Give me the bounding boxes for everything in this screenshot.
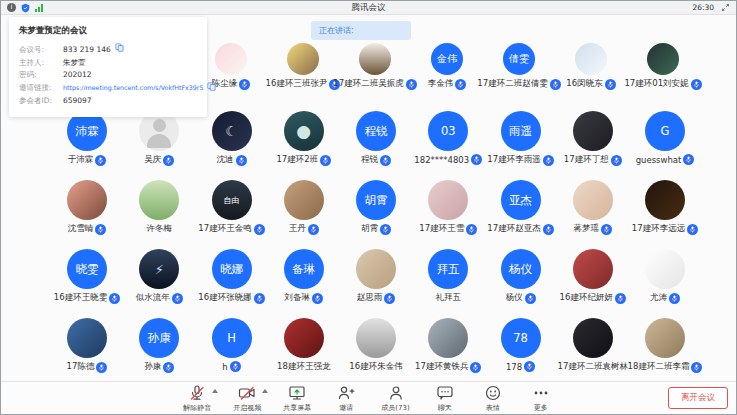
unmute-button[interactable]: 解除静音 bbox=[183, 384, 211, 413]
participant-cell: 16建环纪妍妍 bbox=[557, 249, 629, 304]
participant-avatar[interactable] bbox=[573, 318, 613, 358]
caret-up-icon[interactable] bbox=[212, 389, 218, 393]
participant-name: 17建环王雪 bbox=[419, 223, 464, 235]
emoji-icon bbox=[484, 384, 502, 402]
participant-name: guesswhat bbox=[636, 155, 682, 165]
muted-mic-icon bbox=[380, 224, 391, 235]
participant-avatar[interactable] bbox=[284, 318, 324, 358]
participant-avatar[interactable]: 杨仪 bbox=[501, 249, 541, 289]
emoji-button[interactable]: 表情 bbox=[480, 384, 506, 413]
participant-cell: 17建环二班吴振虎 bbox=[339, 43, 411, 90]
participant-avatar[interactable] bbox=[67, 180, 107, 220]
participant-avatar[interactable] bbox=[215, 43, 247, 75]
participant-avatar[interactable]: 胡霄 bbox=[356, 180, 396, 220]
muted-mic-icon bbox=[525, 293, 536, 304]
meeting-link[interactable]: https://meeting.tencent.com/s/VokfHtFx39… bbox=[63, 82, 203, 95]
participant-avatar[interactable]: 孙康 bbox=[139, 318, 179, 358]
avatar-glyph: 自由 bbox=[224, 195, 240, 206]
participant-avatar[interactable]: 金伟 bbox=[431, 43, 463, 75]
participant-avatar[interactable] bbox=[573, 111, 613, 151]
participant-avatar[interactable]: G bbox=[645, 111, 685, 151]
participant-avatar[interactable] bbox=[645, 180, 685, 220]
participant-avatar[interactable]: 晓娜 bbox=[212, 249, 252, 289]
participant-avatar[interactable]: 沛霖 bbox=[67, 111, 107, 151]
participant-name: 17建环2班 bbox=[276, 154, 318, 166]
copy-icon[interactable] bbox=[115, 43, 124, 57]
participant-avatar[interactable]: 晓雯 bbox=[67, 249, 107, 289]
participant-avatar[interactable]: 亚杰 bbox=[501, 180, 541, 220]
participant-cell: 拜五礼拜五 bbox=[412, 249, 484, 304]
participant-avatar[interactable] bbox=[284, 180, 324, 220]
participant-avatar[interactable]: ⚡ bbox=[139, 249, 179, 289]
leave-meeting-button[interactable]: 离开会议 bbox=[668, 387, 728, 409]
participant-avatar[interactable]: 自由 bbox=[212, 180, 252, 220]
participant-cell: 吴庆 bbox=[123, 111, 195, 166]
participant-avatar[interactable] bbox=[645, 249, 685, 289]
participant-name: 16建环朱金伟 bbox=[349, 361, 402, 373]
participant-avatar[interactable]: 程锐 bbox=[356, 111, 396, 151]
participant-avatar[interactable] bbox=[428, 318, 468, 358]
participant-avatar[interactable]: ☾ bbox=[212, 111, 252, 151]
meeting-info-field: 邀请链接:https://meeting.tencent.com/s/VokfH… bbox=[19, 82, 197, 96]
participant-avatar[interactable] bbox=[359, 43, 391, 75]
muted-mic-icon bbox=[380, 155, 391, 166]
chat-icon bbox=[436, 384, 454, 402]
info-label: 主持人: bbox=[19, 57, 63, 70]
toolbar-item-label: 成员(73) bbox=[381, 403, 409, 413]
participant-avatar[interactable] bbox=[356, 249, 396, 289]
participant-avatar[interactable] bbox=[575, 43, 607, 75]
muted-mic-icon bbox=[669, 293, 680, 304]
participant-avatar[interactable]: ● bbox=[284, 111, 324, 151]
participant-avatar[interactable] bbox=[287, 43, 319, 75]
participant-cell: 晓雯16建环王晓雯 bbox=[51, 249, 123, 304]
participant-avatar[interactable] bbox=[428, 180, 468, 220]
participant-avatar[interactable] bbox=[647, 43, 679, 75]
participant-cell: 17建环二班袁树林 bbox=[557, 318, 629, 373]
participant-avatar[interactable]: 雨遥 bbox=[501, 111, 541, 151]
fullscreen-icon[interactable] bbox=[721, 3, 730, 12]
participant-cell: 16闵晓东 bbox=[555, 43, 627, 90]
participant-avatar[interactable]: 拜五 bbox=[428, 249, 468, 289]
participant-avatar[interactable]: 备琳 bbox=[284, 249, 324, 289]
participant-avatar[interactable]: H bbox=[212, 318, 252, 358]
participant-cell: 17建环黄铁兵 bbox=[412, 318, 484, 373]
participant-avatar[interactable]: 倩雯 bbox=[503, 43, 535, 75]
chat-button[interactable]: 聊天 bbox=[432, 384, 458, 413]
participant-avatar[interactable] bbox=[139, 180, 179, 220]
participant-name: 尤涛 bbox=[650, 292, 667, 304]
muted-mic-icon bbox=[384, 293, 395, 304]
participant-avatar[interactable] bbox=[67, 318, 107, 358]
muted-mic-icon bbox=[615, 293, 626, 304]
participant-row: 17陈德孙康孙康Hh18建环王强龙16建环朱金伟17建环黄铁兵7817817建环… bbox=[51, 318, 701, 373]
participant-avatar[interactable] bbox=[573, 180, 613, 220]
copy-icon[interactable] bbox=[207, 82, 216, 96]
participant-name: 17建环二班赵倩雯 bbox=[477, 78, 547, 90]
participant-avatar[interactable] bbox=[139, 111, 179, 151]
toolbar-item-label: 开启视频 bbox=[233, 403, 261, 413]
muted-mic-icon bbox=[109, 293, 120, 304]
participant-cell: 自由17建环王金鸣 bbox=[196, 180, 268, 235]
members-button[interactable]: 成员(73) bbox=[381, 384, 409, 413]
participant-cell: 晓娜16建环张晓娜 bbox=[196, 249, 268, 304]
share-screen-button[interactable]: 共享屏幕 bbox=[283, 384, 311, 413]
invite-button[interactable]: 邀请 bbox=[333, 384, 359, 413]
toolbar-item-label: 表情 bbox=[486, 403, 500, 413]
info-value: 659097 bbox=[63, 95, 92, 108]
participant-name: 17建环赵亚杰 bbox=[487, 223, 540, 235]
more-button[interactable]: 更多 bbox=[528, 384, 554, 413]
camera-button[interactable]: 开启视频 bbox=[233, 384, 261, 413]
info-value: 朱梦萱 bbox=[63, 57, 86, 70]
info-label: 邀请链接: bbox=[19, 82, 63, 95]
speaking-banner: 正在讲话: bbox=[311, 21, 411, 40]
participant-name: 17建环二班吴振虎 bbox=[333, 78, 403, 90]
participant-avatar[interactable] bbox=[645, 318, 685, 358]
participant-cell: 雨遥17建环李雨遥 bbox=[485, 111, 557, 166]
participant-cell: 蒋梦瑶 bbox=[557, 180, 629, 235]
participant-avatar[interactable]: 78 bbox=[501, 318, 541, 358]
muted-mic-icon bbox=[312, 293, 323, 304]
participant-avatar[interactable] bbox=[573, 249, 613, 289]
participant-avatar[interactable] bbox=[356, 318, 396, 358]
caret-up-icon[interactable] bbox=[262, 389, 268, 393]
participant-avatar[interactable]: 03 bbox=[428, 111, 468, 151]
participant-cell: 王丹 bbox=[268, 180, 340, 235]
